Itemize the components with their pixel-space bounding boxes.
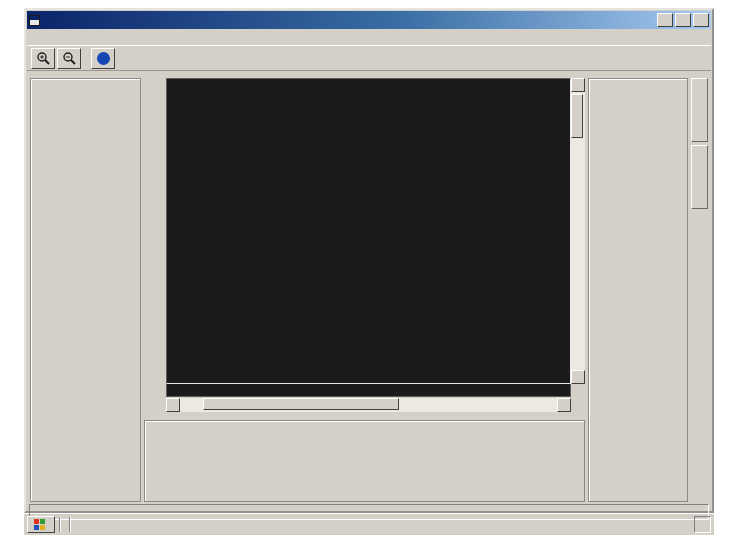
chart-area bbox=[144, 78, 585, 502]
menu-options[interactable] bbox=[60, 36, 76, 38]
menu-bar bbox=[27, 29, 711, 45]
v-scroll-thumb[interactable] bbox=[571, 94, 583, 138]
vertical-scrollbar[interactable] bbox=[571, 78, 585, 384]
outdoor-data-panel bbox=[30, 78, 141, 502]
zoom-in-button[interactable] bbox=[31, 48, 55, 69]
minimize-button[interactable] bbox=[657, 13, 673, 27]
start-button[interactable] bbox=[27, 516, 55, 533]
title-bar[interactable] bbox=[27, 11, 711, 29]
help-icon bbox=[97, 52, 110, 65]
magnifier-minus-icon bbox=[62, 51, 77, 66]
app-window bbox=[24, 8, 714, 513]
h-scroll-thumb[interactable] bbox=[203, 398, 399, 410]
windows-flag-icon bbox=[34, 519, 45, 530]
desktop bbox=[24, 8, 714, 535]
side-tabs bbox=[691, 78, 708, 502]
plot[interactable] bbox=[166, 78, 571, 384]
toolbar bbox=[27, 45, 711, 71]
menu-settings[interactable] bbox=[28, 36, 44, 38]
tab-realtime-text[interactable] bbox=[691, 78, 708, 142]
menu-protocol[interactable] bbox=[44, 36, 60, 38]
indoor-data-panel bbox=[144, 420, 585, 502]
help-button[interactable] bbox=[91, 48, 115, 69]
tab-realtime-curve[interactable] bbox=[691, 145, 708, 209]
chart-wrap bbox=[144, 78, 585, 412]
y-axis bbox=[144, 78, 166, 384]
custom-curves-panel bbox=[588, 78, 688, 502]
screenshot-canvas bbox=[0, 0, 730, 543]
magnifier-plus-icon bbox=[36, 51, 51, 66]
system-tray bbox=[694, 516, 711, 533]
horizontal-scrollbar[interactable] bbox=[166, 398, 571, 412]
scroll-left-button[interactable] bbox=[166, 398, 180, 412]
h-scroll-track[interactable] bbox=[180, 398, 557, 412]
zoom-out-button[interactable] bbox=[57, 48, 81, 69]
scroll-up-button[interactable] bbox=[571, 78, 585, 92]
plot-column bbox=[166, 78, 571, 412]
close-button[interactable] bbox=[693, 13, 709, 27]
maximize-button[interactable] bbox=[675, 13, 691, 27]
taskbar-divider bbox=[69, 517, 71, 532]
status-bar bbox=[29, 504, 709, 520]
scroll-down-button[interactable] bbox=[571, 370, 585, 384]
indoor-data-columns bbox=[147, 429, 582, 500]
main-area bbox=[27, 71, 711, 502]
v-scroll-track[interactable] bbox=[571, 92, 585, 370]
scroll-right-button[interactable] bbox=[557, 398, 571, 412]
menu-help[interactable] bbox=[76, 36, 92, 38]
app-icon bbox=[29, 15, 40, 26]
taskbar-divider bbox=[59, 517, 61, 532]
x-axis bbox=[166, 384, 571, 397]
